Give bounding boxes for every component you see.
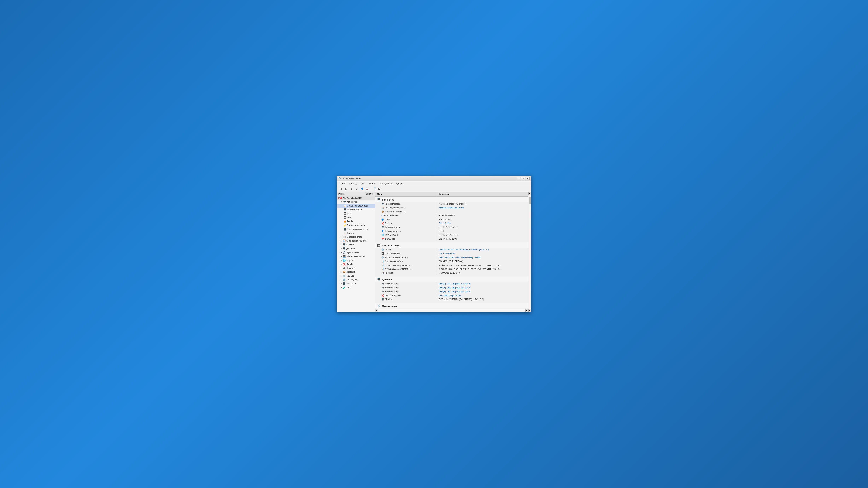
value-gpu3[interactable]: Intel(R) UHD Graphics 620 (1 Гб) — [437, 290, 528, 293]
sidebar-item-server[interactable]: ▶ 🖥️ Сервер — [337, 243, 375, 247]
user-button[interactable]: 👤 — [360, 187, 365, 191]
scroll-down-button[interactable]: ▼ — [528, 309, 531, 312]
content-area: Меню Обране 64 AIDA64 v6.88.6400 ▼ 🖥️ Ко… — [337, 192, 531, 312]
sidebar-item-ipmi[interactable]: 🔲 IPMI — [337, 216, 375, 220]
sidebar: Меню Обране 64 AIDA64 v6.88.6400 ▼ 🖥️ Ко… — [337, 192, 375, 312]
sidebar-item-sensor[interactable]: 🌡️ Датчик — [337, 231, 375, 235]
value-chipset[interactable]: Intel Cannon Point-LP, Intel Whiskey Lak… — [437, 256, 528, 259]
column-headers: Поле Значення — [375, 192, 528, 197]
section-computer-icon: 🖥️ — [377, 198, 381, 201]
value-username: DELL — [437, 229, 528, 233]
menu-favorites[interactable]: Обране — [366, 182, 377, 185]
sidebar-item-network[interactable]: ▶ 🌐 Мережа — [337, 258, 375, 262]
sidebar-item-summary[interactable]: 📋 Сумарна інформація — [337, 204, 375, 208]
table-row: 🪟 Операційна система Microsoft Windows 1… — [375, 206, 528, 210]
menu-view[interactable]: Вигляд — [348, 182, 358, 185]
value-domain: DESKTOP-7C4O7UH — [437, 233, 528, 237]
sidebar-item-devices[interactable]: ▶ 🔌 Пристрої — [337, 266, 375, 270]
value-gpu1[interactable]: Intel(R) UHD Graphics 620 (1 Гб) — [437, 282, 528, 286]
sidebar-item-computername[interactable]: 🖥️ Ім'я комп'ютера - — [337, 208, 375, 212]
sidebar-item-motherboard[interactable]: ▶ 🔲 Системна плата — [337, 235, 375, 239]
value-3daccel[interactable]: Intel UHD Graphics 620 — [437, 294, 528, 297]
sidebar-item-portable[interactable]: 💻 Портативний комп'ют — [337, 227, 375, 231]
data-table: 🖥️ Комп'ютер 🖥️ Тип комп'ютера ACPI x64-… — [375, 197, 528, 309]
computer-icon: 🖥️ — [343, 201, 346, 203]
field-ram: 📊 Системна пам'ять — [375, 260, 437, 263]
field-os: 🪟 Операційна система — [375, 206, 437, 209]
table-row: 🔲 Системна плата Dell Latitude 5500 — [375, 252, 528, 256]
table-row: ⚙️ Тип ЦП QuadCore Intel Core i5-8265U, … — [375, 248, 528, 252]
chart-button[interactable]: 📈 — [365, 187, 370, 191]
sidebar-item-multimedia[interactable]: ▶ 🎵 Мультимедіа — [337, 251, 375, 254]
scroll-right-button[interactable]: ▶ — [525, 309, 528, 312]
menu-file[interactable]: Файл — [338, 182, 347, 185]
sidebar-favorites-label[interactable]: Обране — [366, 193, 373, 195]
value-cpu-type[interactable]: QuadCore Intel Core i5-8265U, 3900 MHz (… — [437, 248, 528, 252]
menu-report[interactable]: Звіт — [359, 182, 366, 185]
value-gpu2[interactable]: Intel(R) UHD Graphics 620 (1 Гб) — [437, 286, 528, 289]
scroll-up-button[interactable]: ▲ — [528, 192, 531, 195]
sidebar-item-test[interactable]: ▶ 🧪 Тест — [337, 286, 375, 289]
edge-icon: ⬤ — [381, 218, 384, 221]
sidebar-item-storage[interactable]: ▶ 💾 Збереження даних — [337, 254, 375, 258]
close-button[interactable]: ✕ — [526, 177, 530, 180]
section-mm-title: Мультимедіа — [382, 305, 397, 307]
scroll-track-horizontal[interactable] — [378, 309, 525, 312]
server-icon: 🖥️ — [343, 243, 346, 246]
sidebar-item-config[interactable]: ▶ ⚙️ Конфігурація — [337, 278, 375, 282]
main-window: 🔍 AIDA64 v6.88.6400 ─ □ ✕ Файл Вигляд Зв… — [337, 176, 531, 312]
ie-icon: e — [381, 214, 382, 217]
minimize-button[interactable]: ─ — [517, 177, 520, 180]
scroll-track-vertical[interactable] — [529, 195, 531, 309]
sidebar-item-os[interactable]: ▶ 🪟 Операційна система — [337, 239, 375, 243]
multimedia-icon: 🎵 — [343, 251, 346, 254]
scroll-left-button[interactable]: ◀ — [375, 309, 378, 312]
back-button[interactable]: ◀ — [338, 187, 343, 191]
security-icon: 🛡️ — [343, 275, 346, 277]
value-edge: 124.0.2478.51 — [437, 218, 528, 221]
field-dimm3: 📊 DIMM3: Samsung M471A524... — [375, 267, 437, 271]
menu-help[interactable]: Довідка — [395, 182, 406, 185]
ram-icon: 📊 — [381, 260, 384, 263]
sidebar-item-programs[interactable]: ▶ 📦 Програми — [337, 270, 375, 274]
table-row: ⚙️ Чіпсет системної плати Intel Cannon P… — [375, 256, 528, 260]
sidebar-item-display[interactable]: ▶ 🖥️ Дисплей — [337, 247, 375, 251]
field-username: 👤 Ім'я користувача — [375, 229, 437, 233]
table-row: ❌ DirectX DirectX 12.0 — [375, 222, 528, 225]
value-hostname: DESKTOP-7C4O7UH — [437, 225, 528, 229]
vertical-scrollbar: ▲ ▼ — [528, 192, 531, 312]
arrow-right-icon-net: ▶ — [341, 259, 342, 261]
table-row: 📊 Системна пам'ять 8009 М6 (DDR4 SDRAM) — [375, 260, 528, 263]
sidebar-item-database[interactable]: ▶ 🗄️ База даних — [337, 282, 375, 286]
sidebar-item-power[interactable]: ⚡ Електроживлення — [337, 223, 375, 227]
dash-indicator: - — [373, 209, 373, 211]
gpu1-icon: 🎮 — [381, 283, 384, 285]
sidebar-item-computer[interactable]: ▼ 🖥️ Комп'ютер — [337, 200, 375, 204]
refresh-button[interactable]: ↺ — [354, 187, 359, 191]
section-mb-title: Системна плата — [382, 244, 400, 247]
menu-tools[interactable]: Інструменти — [378, 182, 394, 185]
storage-icon: 💾 — [343, 255, 346, 258]
section-computer-title: Комп'ютер — [382, 198, 394, 201]
sidebar-item-directx[interactable]: ▶ ❌ DirectX — [337, 262, 375, 266]
sidebar-item-overclock[interactable]: 🔥 Розгін — [337, 220, 375, 223]
cpu-icon: ⚙️ — [381, 249, 384, 251]
value-directx[interactable]: DirectX 12.0 — [437, 222, 528, 225]
table-row: 🎮 Відеоадаптер Intel(R) UHD Graphics 620… — [375, 286, 528, 290]
value-os[interactable]: Microsoft Windows 10 Pro — [437, 206, 528, 209]
sidebar-item-dmi[interactable]: 🔲 DMI — [337, 212, 375, 216]
table-row: 📅 Дата / Час 2024-04-19 / 22:00 — [375, 237, 528, 241]
table-row: 📊 DIMM3: Samsung M471A524... 4 Гб DDR4-3… — [375, 267, 528, 271]
value-mb[interactable]: Dell Latitude 5500 — [437, 252, 528, 255]
maximize-button[interactable]: □ — [521, 177, 525, 180]
sidebar-item-security[interactable]: ▶ 🛡️ Безпека — [337, 274, 375, 278]
up-button[interactable]: ▲ — [349, 187, 354, 191]
test-icon: 🧪 — [343, 286, 346, 289]
scroll-thumb[interactable] — [529, 197, 531, 204]
motherboard-icon: 🔲 — [343, 235, 346, 238]
forward-button[interactable]: ▶ — [344, 187, 349, 191]
arrow-right-icon-tst: ▶ — [341, 286, 342, 288]
section-display-title: Дисплей — [382, 278, 392, 281]
sidebar-menu-label[interactable]: Меню — [338, 193, 344, 195]
value-ram: 8009 М6 (DDR4 SDRAM) — [437, 260, 528, 263]
